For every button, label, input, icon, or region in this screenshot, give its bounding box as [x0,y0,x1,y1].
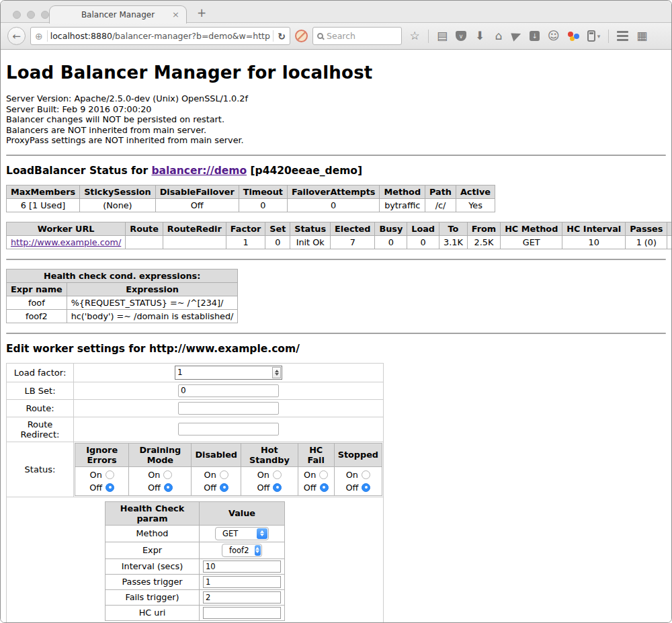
window-controls[interactable] [13,11,49,19]
status-cell: Ignore Errors Draining Mode Disabled Hot… [74,442,384,497]
load-factor-input[interactable] [175,368,272,377]
column-header: HC Interval [562,222,626,235]
field-label: Load factor: [7,363,74,382]
radio-label: On [346,468,358,481]
extension-dots-icon[interactable] [568,31,579,42]
tab-balancer-manager[interactable]: Balancer Manager × [49,5,187,24]
cell-active: Yes [456,198,495,212]
form-row-route: Route: [7,399,384,417]
lb-set-input[interactable] [178,384,279,397]
search-bar[interactable] [312,27,402,45]
url-bar[interactable]: ⊕ localhost:8880/balancer-manager?b=demo… [30,27,290,45]
status-cell-draining-mode: On Off [129,466,192,495]
tab-grid-icon[interactable]: ▦ [636,30,647,42]
hc-row-expr: Expr foof2 [106,542,285,558]
send-tab-icon[interactable] [511,30,522,42]
edit-worker-heading: Edit worker settings for http://www.exam… [6,343,666,355]
column-header: StickySession [80,185,156,198]
radio-hc-fail-off[interactable] [320,483,329,492]
battery-extension-icon[interactable] [587,30,595,42]
pocket-icon[interactable]: ∨ [456,31,466,41]
new-tab-button[interactable]: + [197,6,206,19]
close-window-button[interactable] [13,11,21,19]
column-header: To [439,222,468,235]
radio-label: On [204,468,216,481]
search-icon [317,33,323,39]
adblocker-icon[interactable] [295,30,308,42]
expressions-table: Health check cond. expressions: Expr nam… [6,269,238,323]
radio-draining-mode-on[interactable] [163,470,172,479]
cell-from: 2.5K [467,235,500,249]
column-header: Health Check param [106,501,200,525]
radio-hot-standby-off[interactable] [273,483,282,492]
status-cell-disabled: On Off [192,466,241,495]
interval-input[interactable] [203,560,281,573]
radio-label: Off [204,481,216,494]
chevron-down-icon[interactable]: ▾ [597,33,601,40]
cell-timeout: 0 [239,198,287,212]
radio-hot-standby-on[interactable] [273,470,282,479]
load-factor-field[interactable] [175,366,282,380]
hc-uri-input[interactable] [203,607,281,619]
radio-stopped-on[interactable] [362,470,370,479]
browser-window: Balancer Manager × + ← ⊕ localhost:8880/… [0,0,672,623]
status-cell-hc-fail: On Off [298,466,334,495]
column-header: Status [290,222,331,235]
expr-select[interactable]: foof2 [222,544,262,557]
radio-ignore-errors-on[interactable] [106,470,114,479]
radio-disabled-off[interactable] [220,483,228,492]
field-cell [74,417,384,442]
cell-method: bytraffic [380,198,425,212]
zoom-window-button[interactable] [41,11,49,19]
cell-set: 0 [265,235,290,249]
column-header: Timeout [239,185,287,198]
worker-url-link[interactable]: http://www.example.com/ [11,237,121,247]
column-header: Disabled [192,443,241,466]
tab-bar: Balancer Manager × + [1,1,671,23]
reload-icon[interactable]: ↻ [276,31,287,42]
radio-ignore-errors-off[interactable] [106,483,114,492]
column-header: HC Fail [298,443,334,466]
table-title-row: Health check cond. expressions: [7,269,238,282]
cell-expression: hc('body') =~ /domain is established/ [67,309,238,323]
bookmark-star-icon[interactable]: ☆ [409,30,420,42]
toolbar-icons: ☆ ▤ ∨ ⬇ ⌂ ↓ ☺ ▾ ▦ [409,30,647,43]
balancer-demo-link[interactable]: balancer://demo [151,165,247,177]
route-redirect-input[interactable] [178,423,279,435]
column-header: DisableFailover [155,185,239,198]
url-text[interactable]: localhost:8880/balancer-manager?b=demo&w… [50,31,271,41]
back-button[interactable]: ← [7,27,26,45]
search-input[interactable] [327,31,387,41]
radio-disabled-on[interactable] [220,470,228,479]
radio-stopped-off[interactable] [362,483,370,492]
route-input[interactable] [178,402,279,415]
column-header: Ignore Errors [75,443,129,466]
passes-input[interactable] [203,576,281,588]
radio-hc-fail-on[interactable] [319,470,328,479]
home-icon[interactable]: ⌂ [493,30,504,42]
column-header: Stopped [334,443,382,466]
cell-routeredir [163,235,226,249]
number-stepper-icon[interactable] [272,367,281,378]
radio-label: On [304,468,316,481]
method-select[interactable]: GET [215,527,269,540]
chat-smiley-icon[interactable]: ☺ [548,30,560,42]
fails-input[interactable] [203,591,281,604]
back-icon: ← [12,30,21,42]
cell-fails: 2 (0) [667,235,671,249]
radio-draining-mode-off[interactable] [164,483,173,492]
tab-close-icon[interactable]: × [172,10,179,19]
page-content: Load Balancer Manager for localhost Serv… [1,50,671,622]
hc-row-passes: Passes trigger [106,574,285,589]
downloads-icon[interactable]: ⬇ [474,30,485,42]
field-cell [74,382,384,399]
status-cell-hot-standby: On Off [241,466,298,495]
field-cell [74,399,384,417]
save-page-icon[interactable]: ↓ [530,31,540,41]
hc-header-row: Health Check param Value [106,501,285,525]
form-row-route-redirect: Route Redirect: [7,417,384,442]
minimize-window-button[interactable] [27,11,35,19]
menu-icon[interactable] [617,31,628,41]
clipboard-icon[interactable]: ▤ [437,30,448,42]
column-header: Fails [667,222,671,235]
